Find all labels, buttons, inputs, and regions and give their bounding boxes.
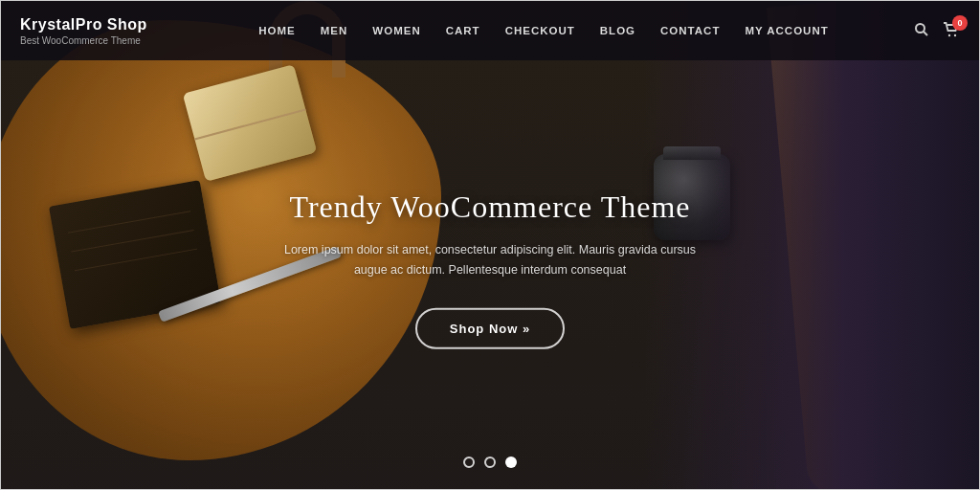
nav-checkout[interactable]: CHECKOUT <box>503 21 577 40</box>
page-wrapper: KrystalPro Shop Best WooCommerce Theme H… <box>0 0 980 490</box>
header-actions: 0 <box>914 22 960 40</box>
svg-point-0 <box>916 24 924 33</box>
main-nav: HOME MEN WOMEN CART CHECKOUT BLOG CONTAC… <box>173 21 914 40</box>
brand-name: KrystalPro Shop <box>20 16 173 33</box>
nav-men[interactable]: MEN <box>319 21 350 40</box>
hero-subtitle: Lorem ipsum dolor sit amet, consectetur … <box>270 240 710 281</box>
svg-point-2 <box>948 33 950 35</box>
nav-blog[interactable]: BLOG <box>598 21 637 40</box>
nav-cart[interactable]: CART <box>444 21 482 40</box>
nav-contact[interactable]: CONTACT <box>658 21 722 40</box>
cart-count-badge: 0 <box>952 15 968 31</box>
brand-tagline: Best WooCommerce Theme <box>20 35 173 46</box>
svg-point-3 <box>954 33 956 35</box>
nav-home[interactable]: HOME <box>256 21 298 40</box>
slider-dot-3[interactable] <box>505 457 517 468</box>
hero-content: Trendy WooCommerce Theme Lorem ipsum dol… <box>270 189 710 349</box>
search-icon[interactable] <box>914 22 929 40</box>
brand-logo[interactable]: KrystalPro Shop Best WooCommerce Theme <box>20 16 173 46</box>
header: KrystalPro Shop Best WooCommerce Theme H… <box>1 1 979 60</box>
hero-title: Trendy WooCommerce Theme <box>270 189 710 225</box>
nav-my-account[interactable]: MY ACCOUNT <box>743 21 830 40</box>
nav-women[interactable]: WOMEN <box>370 21 422 40</box>
slider-dot-2[interactable] <box>484 457 496 468</box>
shop-now-button[interactable]: Shop Now » <box>415 307 565 348</box>
cart-icon[interactable]: 0 <box>943 22 960 40</box>
slider-dots <box>463 457 517 468</box>
svg-line-1 <box>924 32 927 35</box>
slider-dot-1[interactable] <box>463 457 475 468</box>
